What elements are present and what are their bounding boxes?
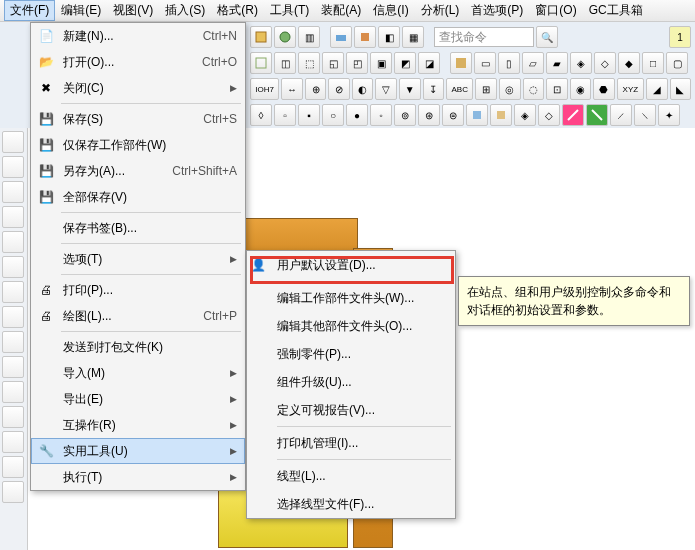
file-menu-item[interactable]: 互操作(R)▶	[31, 412, 245, 438]
file-menu-item[interactable]: 保存书签(B)...	[31, 215, 245, 241]
tool-icon[interactable]: ▽	[375, 78, 397, 100]
tool-icon[interactable]: ⟋	[610, 104, 632, 126]
menu-file[interactable]: 文件(F)	[4, 0, 55, 21]
file-menu-item[interactable]: 💾保存(S)Ctrl+S	[31, 106, 245, 132]
file-menu-item[interactable]: 📂打开(O)...Ctrl+O	[31, 49, 245, 75]
tool-icon[interactable]: ▼	[399, 78, 421, 100]
tool-icon[interactable]	[250, 26, 272, 48]
tool-icon[interactable]: ▰	[546, 52, 568, 74]
file-menu-item[interactable]: 🖨绘图(L)...Ctrl+P	[31, 303, 245, 329]
file-menu-item[interactable]: 🖨打印(P)...	[31, 277, 245, 303]
tool-icon[interactable]: ▥	[298, 26, 320, 48]
menu-analyze[interactable]: 分析(L)	[415, 0, 466, 21]
tool-icon[interactable]	[274, 26, 296, 48]
tool-icon[interactable]: ⊛	[418, 104, 440, 126]
left-tool[interactable]	[2, 256, 24, 278]
file-menu-item[interactable]: 选项(T)▶	[31, 246, 245, 272]
tool-icon[interactable]: ⬚	[298, 52, 320, 74]
tool-icon[interactable]	[250, 52, 272, 74]
left-tool[interactable]	[2, 406, 24, 428]
file-menu-item[interactable]: 📄新建(N)...Ctrl+N	[31, 23, 245, 49]
menu-gctoolbox[interactable]: GC工具箱	[583, 0, 649, 21]
tool-icon[interactable]: ◣	[670, 78, 692, 100]
tool-icon[interactable]: ◎	[499, 78, 521, 100]
menu-info[interactable]: 信息(I)	[367, 0, 414, 21]
left-tool[interactable]	[2, 181, 24, 203]
tool-icon[interactable]: ↔	[281, 78, 303, 100]
file-menu-item[interactable]: ✖关闭(C)▶	[31, 75, 245, 101]
tool-icon[interactable]: ●	[346, 104, 368, 126]
tool-icon[interactable]: ▱	[522, 52, 544, 74]
tool-icon[interactable]: ◦	[370, 104, 392, 126]
left-tool[interactable]	[2, 306, 24, 328]
tool-icon[interactable]	[490, 104, 512, 126]
menu-view[interactable]: 视图(V)	[107, 0, 159, 21]
tool-icon[interactable]	[586, 104, 608, 126]
tool-icon[interactable]: ◐	[352, 78, 374, 100]
file-menu-item[interactable]: 发送到打包文件(K)	[31, 334, 245, 360]
abc-icon[interactable]: ABC	[446, 78, 473, 100]
tool-icon[interactable]: ◢	[646, 78, 668, 100]
tool-icon[interactable]	[354, 26, 376, 48]
submenu-item[interactable]: 定义可视报告(V)...	[247, 396, 455, 424]
tool-icon[interactable]: ◇	[594, 52, 616, 74]
tool-icon[interactable]	[330, 26, 352, 48]
tool-icon[interactable]: ○	[322, 104, 344, 126]
tool-icon[interactable]: ⊞	[475, 78, 497, 100]
left-tool[interactable]	[2, 131, 24, 153]
submenu-item[interactable]: 编辑工作部件文件头(W)...	[247, 284, 455, 312]
left-tool[interactable]	[2, 381, 24, 403]
tool-icon[interactable]	[562, 104, 584, 126]
tool-icon[interactable]	[466, 104, 488, 126]
tool-icon[interactable]: ◇	[538, 104, 560, 126]
tool-icon[interactable]: □	[642, 52, 664, 74]
submenu-item[interactable]: 线型(L)...	[247, 462, 455, 490]
left-tool[interactable]	[2, 281, 24, 303]
submenu-item[interactable]: 打印机管理(I)...	[247, 429, 455, 457]
submenu-item[interactable]: 👤用户默认设置(D)...	[247, 251, 455, 279]
tool-icon[interactable]: ↧	[423, 78, 445, 100]
submenu-item[interactable]: 选择线型文件(F)...	[247, 490, 455, 518]
menu-assembly[interactable]: 装配(A)	[315, 0, 367, 21]
tool-icon[interactable]: ◱	[322, 52, 344, 74]
tool-icon[interactable]: ▢	[666, 52, 688, 74]
tool-icon[interactable]: ◫	[274, 52, 296, 74]
left-tool[interactable]	[2, 481, 24, 503]
left-tool[interactable]	[2, 206, 24, 228]
submenu-item[interactable]: 组件升级(U)...	[247, 368, 455, 396]
tool-icon[interactable]: ▭	[474, 52, 496, 74]
tool-icon[interactable]: ⊕	[305, 78, 327, 100]
menu-insert[interactable]: 插入(S)	[159, 0, 211, 21]
tool-icon[interactable]: ⊘	[328, 78, 350, 100]
tool-icon[interactable]: ◩	[394, 52, 416, 74]
menu-edit[interactable]: 编辑(E)	[55, 0, 107, 21]
left-tool[interactable]	[2, 156, 24, 178]
left-tool[interactable]	[2, 331, 24, 353]
search-icon[interactable]: 🔍	[536, 26, 558, 48]
tool-icon[interactable]: ⊡	[546, 78, 568, 100]
file-menu-item[interactable]: 💾全部保存(V)	[31, 184, 245, 210]
tool-icon[interactable]: ◆	[618, 52, 640, 74]
tool-icon[interactable]: ◈	[514, 104, 536, 126]
menu-preferences[interactable]: 首选项(P)	[465, 0, 529, 21]
tool-icon[interactable]: ▣	[370, 52, 392, 74]
file-menu-item[interactable]: 导入(M)▶	[31, 360, 245, 386]
menu-format[interactable]: 格式(R)	[211, 0, 264, 21]
tool-icon[interactable]: ▦	[402, 26, 424, 48]
left-tool[interactable]	[2, 356, 24, 378]
file-menu-item[interactable]: 💾仅保存工作部件(W)	[31, 132, 245, 158]
tool-icon[interactable]: ✦	[658, 104, 680, 126]
tool-icon[interactable]: ▯	[498, 52, 520, 74]
tool-icon[interactable]: ▫	[274, 104, 296, 126]
file-menu-item[interactable]: 导出(E)▶	[31, 386, 245, 412]
submenu-item[interactable]: 强制零件(P)...	[247, 340, 455, 368]
menu-tools[interactable]: 工具(T)	[264, 0, 315, 21]
tool-icon[interactable]: ▪	[298, 104, 320, 126]
tool-icon[interactable]: 1	[669, 26, 691, 48]
tool-icon[interactable]: ⊜	[442, 104, 464, 126]
tool-icon[interactable]: ◪	[418, 52, 440, 74]
file-menu-item[interactable]: 执行(T)▶	[31, 464, 245, 490]
tool-icon[interactable]: ◈	[570, 52, 592, 74]
tool-icon[interactable]: ◊	[250, 104, 272, 126]
search-input[interactable]: 查找命令	[434, 27, 534, 47]
